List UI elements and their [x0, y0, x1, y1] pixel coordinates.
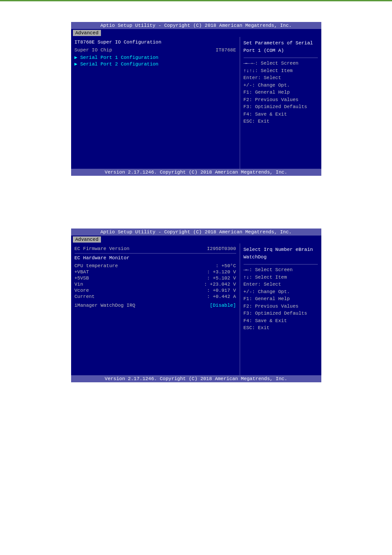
monitor-row-5: Current : +0.442 A: [75, 294, 236, 299]
bios-content-1: IT8768E Super IO Configuration Super IO …: [71, 37, 321, 169]
ec-firmware-label: EC Firmware Version: [75, 246, 129, 251]
help-key2-8: ESC: Exit: [244, 324, 318, 332]
monitor-row-4: Vcore : +0.917 V: [75, 288, 236, 293]
help-text-1: Set Parameters of Serial Port 1 (COM A): [244, 40, 318, 54]
super-io-value: IT8768E: [216, 47, 236, 53]
monitor-row-2: +5VSB : +5.102 V: [75, 276, 236, 281]
bios-tab-bar-2: Advanced: [71, 236, 321, 243]
watchdog-value[interactable]: [Disable]: [210, 303, 236, 308]
help-key-5: F2: Previous Values: [244, 96, 318, 104]
help-key2-3: +/-: Change Opt.: [244, 288, 318, 296]
cpu-temp-value: : +50°C: [216, 263, 236, 268]
bios-screen-1: Aptio Setup Utility - Copyright (C) 2018…: [71, 22, 321, 176]
title-text-2: Aptio Setup Utility - Copyright (C) 2018…: [101, 229, 292, 235]
advanced-tab-2[interactable]: Advanced: [73, 236, 101, 243]
help-key2-4: F1: General Help: [244, 295, 318, 303]
cpu-temp-label: CPU temperature: [75, 263, 118, 268]
ec-hardware-monitor: EC Hardware Monitor CPU temperature : +5…: [75, 253, 236, 299]
vin-label: Vin: [75, 282, 83, 287]
help-keys-1: →←→←: Select Screen ↑↓↑↓: Select Item En…: [244, 60, 318, 125]
bios-footer-2: Version 2.17.1246. Copyright (C) 2018 Am…: [71, 375, 321, 382]
5vsb-label: +5VSB: [75, 276, 89, 281]
menu-items-1: Serial Port 1 Configuration Serial Port …: [75, 54, 236, 67]
separator-2: [244, 264, 318, 265]
footer-text-1: Version 2.17.1246. Copyright (C) 2018 Am…: [105, 170, 288, 175]
vcore-value: : +0.917 V: [207, 288, 236, 293]
bios-title-bar-2: Aptio Setup Utility - Copyright (C) 2018…: [71, 229, 321, 236]
title-text-1: Aptio Setup Utility - Copyright (C) 2018…: [101, 23, 292, 28]
super-io-row: Super IO Chip IT8768E: [75, 47, 236, 53]
5vsb-value: : +5.102 V: [207, 276, 236, 281]
help-key-2: Enter: Select: [244, 74, 318, 82]
watchdog-row: iManager WatchDog IRQ [Disable]: [75, 303, 236, 308]
help-key-4: F1: General Help: [244, 89, 318, 96]
help-key2-0: →←: Select Screen: [244, 266, 318, 274]
help-key-3: +/-: Change Opt.: [244, 82, 318, 89]
watchdog-setting: iManager WatchDog IRQ [Disable]: [75, 303, 236, 308]
bios-content-2: EC Firmware Version I295DT0300 EC Hardwa…: [71, 243, 321, 375]
super-io-label: Super IO Chip: [75, 47, 112, 53]
help-key-7: F4: Save & Exit: [244, 111, 318, 118]
bios-screen-2: Aptio Setup Utility - Copyright (C) 2018…: [71, 229, 321, 382]
watchdog-label: iManager WatchDog IRQ: [75, 303, 136, 308]
current-label: Current: [75, 294, 95, 299]
help-key-1: ↑↓↑↓: Select Item: [244, 67, 318, 75]
help-key2-2: Enter: Select: [244, 281, 318, 288]
ec-firmware-value: I295DT0300: [207, 246, 236, 251]
monitor-row-1: +VBAT : +3.120 V: [75, 269, 236, 275]
bios-title-bar-1: Aptio Setup Utility - Copyright (C) 2018…: [71, 22, 321, 29]
current-value: : +0.442 A: [207, 294, 236, 299]
bios-footer-1: Version 2.17.1246. Copyright (C) 2018 Am…: [71, 169, 321, 176]
top-line: [0, 0, 392, 1]
help-key2-7: F4: Save & Exit: [244, 317, 318, 325]
section-title-1: IT8768E Super IO Configuration: [75, 40, 236, 45]
help-text-2: Select Irq Number eBrain WatchDog: [244, 246, 318, 261]
monitor-row-0: CPU temperature : +50°C: [75, 263, 236, 268]
vcore-label: Vcore: [75, 288, 89, 293]
page-wrapper: Aptio Setup Utility - Copyright (C) 2018…: [0, 0, 392, 555]
bios-left-panel-1: IT8768E Super IO Configuration Super IO …: [71, 37, 240, 169]
help-key2-5: F2: Previous Values: [244, 303, 318, 310]
separator-1: [244, 58, 318, 58]
vbat-value: : +3.120 V: [207, 269, 236, 275]
help-key-8: ESC: Exit: [244, 118, 318, 125]
serial-port-2-config[interactable]: Serial Port 2 Configuration: [75, 61, 236, 67]
bios-tab-bar-1: Advanced: [71, 29, 321, 37]
bios-right-panel-2: Select Irq Number eBrain WatchDog →←: Se…: [240, 243, 321, 375]
help-key-0: →←→←: Select Screen: [244, 60, 318, 67]
help-key2-6: F3: Optimized Defaults: [244, 310, 318, 317]
footer-text-2: Version 2.17.1246. Copyright (C) 2018 Am…: [105, 376, 288, 381]
monitor-row-3: Vin : +23.042 V: [75, 282, 236, 287]
ec-firmware-row: EC Firmware Version I295DT0300: [75, 246, 236, 251]
serial-port-1-config[interactable]: Serial Port 1 Configuration: [75, 54, 236, 60]
section-title-2: EC Hardware Monitor: [75, 255, 236, 261]
vbat-label: +VBAT: [75, 269, 89, 275]
help-key2-1: ↑↓: Select Item: [244, 274, 318, 281]
help-key-6: F3: Optimized Defaults: [244, 103, 318, 111]
vin-value: : +23.042 V: [204, 282, 236, 287]
advanced-tab-1[interactable]: Advanced: [73, 30, 101, 36]
help-keys-2: →←: Select Screen ↑↓: Select Item Enter:…: [244, 266, 318, 332]
bios-left-panel-2: EC Firmware Version I295DT0300 EC Hardwa…: [71, 243, 240, 375]
bios-right-panel-1: Set Parameters of Serial Port 1 (COM A) …: [240, 37, 321, 169]
